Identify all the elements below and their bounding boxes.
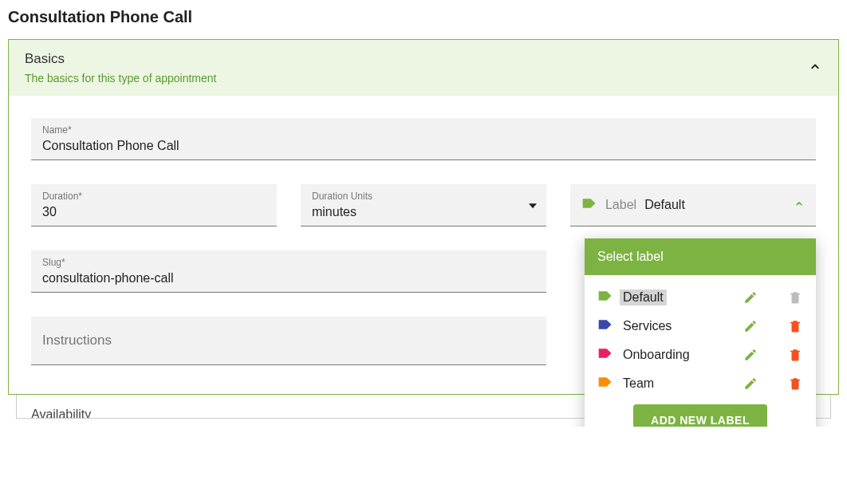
dropdown-header: Select label (585, 238, 816, 275)
duration-input[interactable] (42, 203, 266, 221)
option-label[interactable]: Team (620, 376, 657, 392)
dropdown-option[interactable]: Onboarding (594, 341, 806, 369)
duration-label: Duration* (42, 191, 266, 202)
label-value: Default (644, 198, 685, 212)
instructions-input[interactable] (42, 331, 535, 350)
tag-icon (581, 197, 597, 213)
delete-icon[interactable] (787, 318, 803, 334)
label-dropdown: Select label DefaultServicesOnboardingTe… (585, 238, 816, 427)
duration-units-field[interactable]: Duration Units minutes (301, 184, 546, 226)
duration-units-value[interactable]: minutes (312, 203, 535, 221)
page-title: Consultation Phone Call (8, 8, 839, 26)
basics-panel-header[interactable]: Basics The basics for this type of appoi… (9, 40, 838, 96)
panel-title: Basics (25, 51, 216, 67)
panel-subtitle: The basics for this type of appointment (25, 72, 216, 85)
duration-field[interactable]: Duration* (31, 184, 277, 226)
basics-panel: Basics The basics for this type of appoi… (8, 39, 839, 395)
caret-down-icon (529, 203, 537, 208)
edit-icon[interactable] (743, 289, 758, 305)
option-label[interactable]: Services (620, 318, 675, 334)
label-field[interactable]: Label Default (570, 184, 816, 226)
option-label[interactable]: Default (620, 289, 667, 305)
tag-icon (597, 347, 613, 363)
tag-icon (597, 289, 613, 305)
chevron-up-icon[interactable] (794, 198, 805, 212)
delete-icon (787, 289, 803, 305)
basics-panel-body: Name* Duration* Duration Units minutes L (9, 96, 838, 394)
slug-field[interactable]: Slug* (31, 250, 546, 293)
add-label-button[interactable]: ADD NEW LABEL (633, 404, 767, 427)
delete-icon[interactable] (787, 347, 803, 363)
chevron-up-icon[interactable] (808, 57, 822, 78)
delete-icon[interactable] (787, 376, 803, 392)
label-caption: Label (605, 198, 636, 212)
tag-icon (597, 376, 613, 392)
name-label: Name* (42, 124, 805, 136)
dropdown-option[interactable]: Default (594, 283, 806, 312)
name-field[interactable]: Name* (31, 118, 816, 160)
edit-icon[interactable] (743, 347, 758, 363)
dropdown-option[interactable]: Services (594, 312, 806, 341)
name-input[interactable] (42, 137, 805, 155)
slug-input[interactable] (42, 270, 535, 287)
tag-icon (597, 318, 613, 334)
instructions-field[interactable] (31, 317, 546, 365)
duration-units-label: Duration Units (312, 191, 535, 202)
slug-label: Slug* (42, 257, 535, 268)
edit-icon[interactable] (743, 318, 758, 334)
option-label[interactable]: Onboarding (620, 347, 693, 363)
edit-icon[interactable] (743, 376, 758, 392)
dropdown-option[interactable]: Team (594, 369, 806, 398)
